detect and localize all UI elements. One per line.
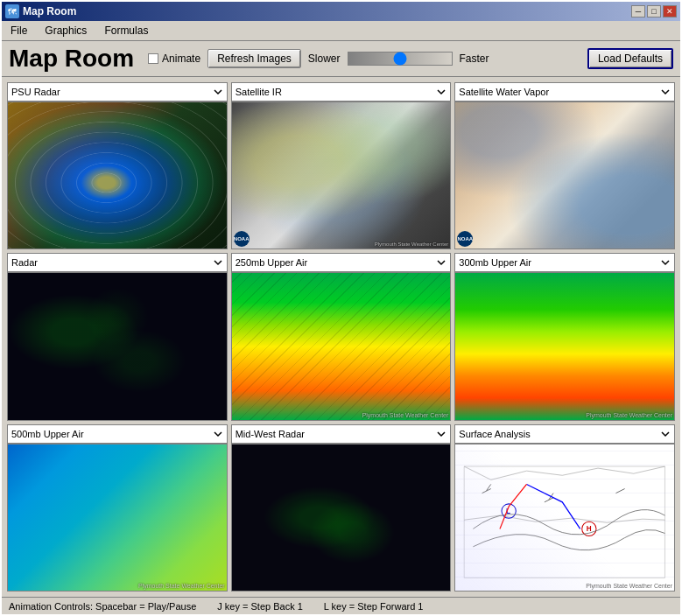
refresh-images-button[interactable]: Refresh Images xyxy=(207,49,301,68)
panel-300mb: 300mb Upper Air 250mb Upper Air Plymouth… xyxy=(454,253,675,420)
select-psu-radar[interactable]: PSU Radar Satellite IR Satellite Water V… xyxy=(7,82,228,102)
image-radar[interactable] xyxy=(7,272,228,420)
water-vapor-visual: NOAA xyxy=(455,102,674,248)
panel-250mb: 250mb Upper Air 300mb Upper Air Plymouth… xyxy=(231,253,452,420)
close-button[interactable]: ✕ xyxy=(663,5,677,18)
select-250mb[interactable]: 250mb Upper Air 300mb Upper Air xyxy=(231,253,452,272)
l-key-text: L key = Step Forward 1 xyxy=(324,601,424,612)
select-water-vapor[interactable]: Satellite Water Vapor Satellite IR xyxy=(454,82,675,102)
250mb-watermark: Plymouth State Weather Center xyxy=(362,412,449,418)
image-250mb[interactable]: Plymouth State Weather Center xyxy=(231,272,452,420)
image-surface-analysis[interactable]: L H xyxy=(454,444,675,592)
panel-500mb: 500mb Upper Air 250mb Upper Air Plymouth… xyxy=(7,424,228,592)
image-psu-radar[interactable] xyxy=(7,102,228,249)
grid-row-3: 500mb Upper Air 250mb Upper Air Plymouth… xyxy=(7,424,675,592)
radar-night-visual xyxy=(8,273,227,419)
300mb-visual: Plymouth State Weather Center xyxy=(455,273,674,419)
image-midwest-radar[interactable] xyxy=(231,444,452,592)
svg-line-4 xyxy=(482,488,491,493)
select-radar[interactable]: Radar PSU Radar xyxy=(7,253,228,272)
noaa-badge: NOAA xyxy=(234,231,250,247)
select-surface-analysis[interactable]: Surface Analysis Radar xyxy=(454,424,675,444)
toolbar: Map Room Animate Refresh Images Slower F… xyxy=(2,41,680,77)
j-key-text: J key = Step Back 1 xyxy=(217,601,303,612)
midwest-radar-visual xyxy=(232,444,451,591)
window-title: Map Room xyxy=(23,5,76,18)
title-bar: 🗺 Map Room ─ □ ✕ xyxy=(2,2,680,21)
satellite-ir-visual: NOAA Plymouth State Weather Center xyxy=(232,102,451,248)
svg-line-6 xyxy=(545,497,553,501)
animate-checkbox[interactable] xyxy=(148,53,158,64)
svg-line-8 xyxy=(616,488,625,493)
panel-water-vapor: Satellite Water Vapor Satellite IR NOAA xyxy=(454,82,675,249)
surface-analysis-visual: L H xyxy=(455,444,674,591)
select-300mb[interactable]: 300mb Upper Air 250mb Upper Air xyxy=(454,253,675,272)
app-title: Map Room xyxy=(9,45,134,73)
image-satellite-ir[interactable]: NOAA Plymouth State Weather Center xyxy=(231,102,452,249)
300mb-watermark: Plymouth State Weather Center xyxy=(586,412,672,418)
image-300mb[interactable]: Plymouth State Weather Center xyxy=(454,272,675,420)
select-midwest-radar[interactable]: Mid-West Radar Radar xyxy=(231,424,452,444)
animate-label: Animate xyxy=(162,52,200,65)
svg-line-5 xyxy=(487,484,491,490)
status-bar: Animation Controls: Spacebar = Play/Paus… xyxy=(2,597,680,614)
noaa-badge-2: NOAA xyxy=(457,231,473,247)
panel-midwest-radar: Mid-West Radar Radar xyxy=(231,424,452,592)
faster-label: Faster xyxy=(460,52,489,65)
surface-watermark: Plymouth State Weather Center xyxy=(586,583,672,589)
main-window: 🗺 Map Room ─ □ ✕ File Graphics Formulas … xyxy=(0,0,682,616)
satellite-ir-watermark: Plymouth State Weather Center xyxy=(375,242,449,247)
select-500mb[interactable]: 500mb Upper Air 250mb Upper Air xyxy=(7,424,228,444)
panel-surface-analysis: Surface Analysis Radar L xyxy=(454,424,675,592)
load-defaults-button[interactable]: Load Defaults xyxy=(587,48,673,69)
select-satellite-ir[interactable]: Satellite IR PSU Radar xyxy=(231,82,452,102)
slower-label: Slower xyxy=(308,52,341,65)
menu-formulas[interactable]: Formulas xyxy=(99,23,153,38)
grid-row-1: PSU Radar Satellite IR Satellite Water V… xyxy=(7,82,675,249)
500mb-watermark: Plymouth State Weather Center xyxy=(138,583,225,589)
panel-radar: Radar PSU Radar xyxy=(7,253,228,420)
image-500mb[interactable]: Plymouth State Weather Center xyxy=(7,444,228,592)
speed-slider[interactable] xyxy=(348,52,453,66)
animation-controls-text: Animation Controls: Spacebar = Play/Paus… xyxy=(9,601,196,612)
panel-psu-radar: PSU Radar Satellite IR Satellite Water V… xyxy=(7,82,228,249)
radar-visual xyxy=(8,102,227,248)
svg-point-2 xyxy=(582,522,596,536)
grid-row-2: Radar PSU Radar 250mb Upper Air 300mb Up… xyxy=(7,253,675,420)
panel-satellite-ir: Satellite IR PSU Radar NOAA Plymouth Sta… xyxy=(231,82,452,249)
menu-graphics[interactable]: Graphics xyxy=(39,23,92,38)
250mb-visual: Plymouth State Weather Center xyxy=(232,273,451,419)
svg-text:H: H xyxy=(587,525,592,533)
content-area: PSU Radar Satellite IR Satellite Water V… xyxy=(2,77,680,597)
title-bar-left: 🗺 Map Room xyxy=(5,4,76,18)
svg-point-0 xyxy=(502,504,516,518)
surface-svg: L H xyxy=(455,444,674,591)
title-buttons: ─ □ ✕ xyxy=(631,5,677,18)
svg-line-7 xyxy=(549,493,553,499)
maximize-button[interactable]: □ xyxy=(647,5,661,18)
window-icon: 🗺 xyxy=(5,4,19,18)
menu-file[interactable]: File xyxy=(5,23,32,38)
500mb-visual: Plymouth State Weather Center xyxy=(8,444,227,591)
svg-text:L: L xyxy=(506,508,510,515)
minimize-button[interactable]: ─ xyxy=(631,5,645,18)
image-water-vapor[interactable]: NOAA xyxy=(454,102,675,249)
animate-control: Animate xyxy=(148,52,200,65)
menubar: File Graphics Formulas xyxy=(2,21,680,41)
